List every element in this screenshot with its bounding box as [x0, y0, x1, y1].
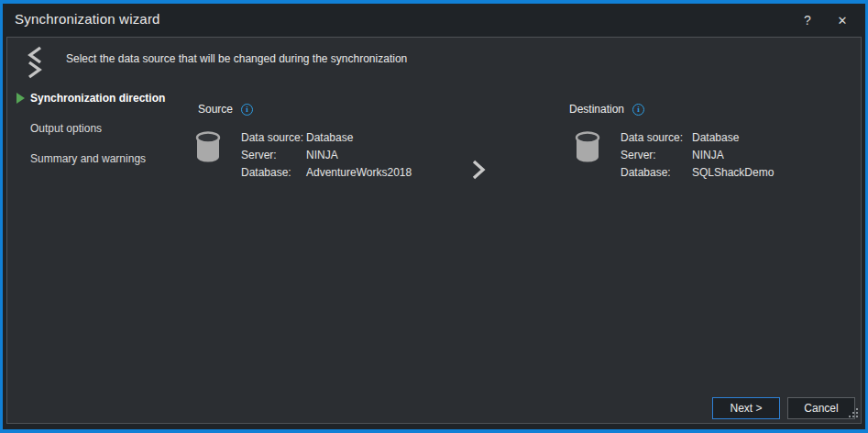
- synchronization-wizard-window: Synchronization wizard ? ✕ Select the da…: [0, 0, 868, 433]
- source-data-source-row: Data source:Database: [241, 131, 412, 149]
- next-button[interactable]: Next >: [712, 397, 780, 419]
- destination-data-source-row: Data source:Database: [621, 131, 774, 149]
- source-server-label: Server:: [241, 149, 306, 161]
- source-database-label: Database:: [241, 166, 306, 179]
- cancel-button[interactable]: Cancel: [787, 397, 855, 419]
- active-step-arrow-icon: [16, 93, 25, 104]
- sync-direction-icon: [26, 46, 44, 83]
- wizard-panel: Select the data source that will be chan…: [6, 37, 862, 424]
- database-icon: [195, 130, 221, 167]
- step-output-options[interactable]: Output options: [30, 122, 102, 135]
- destination-database-label: Database:: [621, 166, 692, 179]
- wizard-step-description: Select the data source that will be chan…: [66, 52, 407, 65]
- destination-database-value: SQLShackDemo: [692, 166, 774, 179]
- resize-grip[interactable]: [849, 405, 858, 421]
- destination-server-label: Server:: [621, 149, 692, 161]
- source-data-source-value: Database: [306, 131, 353, 144]
- database-icon: [575, 130, 600, 167]
- destination-data-source-value: Database: [692, 131, 739, 144]
- source-server-value: NINJA: [306, 149, 338, 161]
- destination-server-row: Server:NINJA: [621, 149, 774, 166]
- source-database-value: AdventureWorks2018: [306, 166, 412, 179]
- source-title-label: Source: [198, 103, 233, 116]
- source-database-row: Database:AdventureWorks2018: [241, 166, 412, 183]
- step-summary-and-warnings[interactable]: Summary and warnings: [30, 152, 146, 165]
- info-icon[interactable]: i: [241, 104, 253, 116]
- sync-direction-chevron-icon: [470, 159, 487, 184]
- info-icon[interactable]: i: [632, 104, 644, 116]
- destination-title-label: Destination: [569, 103, 624, 116]
- source-details: Data source:Database Server:NINJA Databa…: [241, 131, 412, 183]
- destination-database-row: Database:SQLShackDemo: [621, 166, 774, 183]
- close-button[interactable]: ✕: [830, 9, 854, 31]
- step-synchronization-direction[interactable]: Synchronization direction: [30, 92, 165, 105]
- source-data-source-label: Data source:: [241, 131, 306, 144]
- titlebar: Synchronization wizard ? ✕: [3, 4, 865, 37]
- help-button[interactable]: ?: [796, 9, 819, 31]
- destination-data-source-label: Data source:: [621, 131, 692, 144]
- destination-details: Data source:Database Server:NINJA Databa…: [621, 131, 774, 183]
- window-title: Synchronization wizard: [15, 11, 160, 27]
- destination-section-title: Destination i: [569, 103, 644, 116]
- window-chrome: Synchronization wizard ? ✕ Select the da…: [3, 4, 865, 429]
- destination-server-value: NINJA: [692, 149, 724, 161]
- source-server-row: Server:NINJA: [241, 149, 412, 166]
- source-section-title: Source i: [198, 103, 253, 116]
